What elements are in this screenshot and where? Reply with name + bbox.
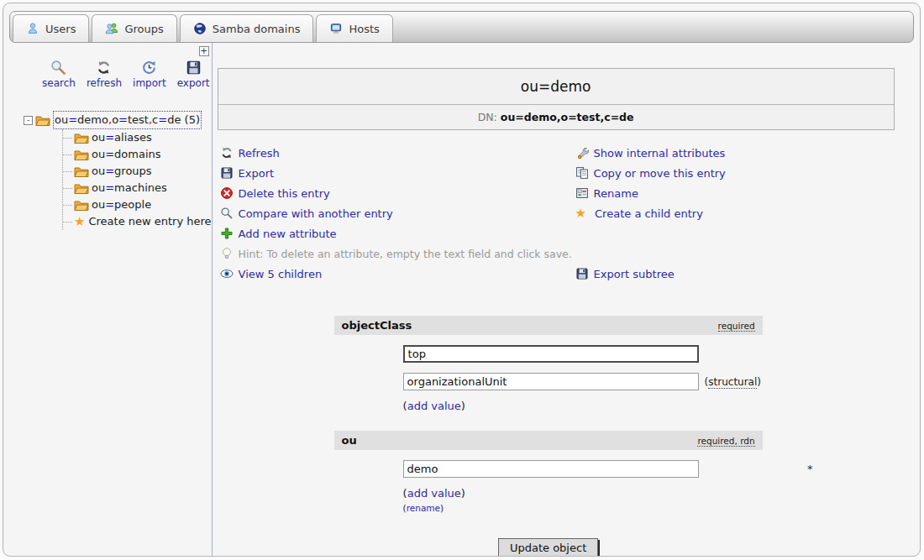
action-add-attribute[interactable]: Add new attribute [220, 223, 575, 243]
tree-node-domains[interactable]: ou=domains [63, 146, 212, 163]
import-label: import [133, 77, 166, 89]
entry-panel: ou=demo DN:ou=demo,o=test,c=de Refresh E… [213, 43, 921, 557]
actions-right: Show internal attributes Copy or move th… [575, 143, 726, 243]
children-row: View 5 children Export subtree [220, 264, 921, 284]
rename-icon [575, 186, 589, 200]
tree-children: ou=aliases ou=domains ou=groups [62, 129, 212, 230]
star-icon: ★ [74, 216, 85, 228]
tree-node-label: ou=people [92, 196, 151, 213]
export-subtree-label[interactable]: Export subtree [594, 268, 675, 280]
tab-hosts[interactable]: Hosts [316, 14, 392, 42]
entry-dn: DN:ou=demo,o=test,c=de [218, 105, 894, 129]
import-icon [141, 60, 157, 76]
tree-create-entry[interactable]: ★ Create new entry here [63, 213, 212, 230]
folder-icon [74, 149, 89, 161]
sidebar-expand-toggle[interactable]: + [199, 46, 209, 56]
tree-node-aliases[interactable]: ou=aliases [63, 129, 212, 146]
add-value-anchor[interactable]: add value [407, 400, 461, 412]
entry-header: ou=demo DN:ou=demo,o=test,c=de [218, 68, 895, 130]
collapse-icon[interactable]: - [24, 116, 33, 125]
tab-strip: Users Groups Samba domains Hosts [9, 11, 914, 43]
tree-connector [63, 154, 72, 155]
tree-connector [63, 138, 72, 139]
objectclass-value-input[interactable] [403, 373, 699, 390]
tree-node-machines[interactable]: ou=machines [63, 180, 212, 196]
star-icon: ★ [575, 207, 586, 220]
view-children[interactable]: View 5 children [220, 264, 575, 284]
magnifier-icon [220, 207, 234, 220]
tab-label: Hosts [349, 23, 379, 35]
tree-root-node[interactable]: - ou=demo,o=test,c=de (5) [24, 111, 212, 129]
entry-title: ou=demo [218, 69, 894, 105]
action-label[interactable]: Create a child entry [595, 207, 703, 220]
rename-anchor[interactable]: rename [407, 503, 440, 513]
action-label[interactable]: Compare with another entry [239, 207, 393, 220]
action-label[interactable]: Refresh [239, 147, 280, 160]
create-entry-label: Create new entry here [88, 213, 211, 230]
ou-value-input[interactable] [403, 460, 699, 478]
export-button[interactable]: export [177, 60, 210, 89]
export-subtree[interactable]: Export subtree [575, 264, 921, 284]
objectclass-value-input[interactable] [403, 345, 699, 363]
action-refresh[interactable]: Refresh [220, 143, 575, 163]
refresh-label: refresh [87, 77, 122, 89]
add-value-link[interactable]: (add value) [403, 487, 763, 500]
tree-root-label: ou=demo,o=test,c=de (5) [53, 111, 202, 129]
action-label[interactable]: Add new attribute [239, 228, 337, 240]
eye-icon [220, 267, 234, 280]
refresh-icon [220, 146, 234, 160]
required-marker: * [807, 463, 813, 475]
tree-sidebar: + search refresh import export [3, 43, 213, 557]
action-create-child-entry[interactable]: ★ Create a child entry [575, 203, 726, 223]
copy-icon [575, 166, 589, 180]
action-compare-entry[interactable]: Compare with another entry [220, 203, 575, 223]
tree-node-people[interactable]: ou=people [63, 196, 212, 213]
tab-label: Users [45, 23, 76, 35]
rename-link[interactable]: (rename) [403, 503, 763, 513]
add-value-link[interactable]: (add value) [403, 400, 763, 412]
tree-node-label: ou=domains [92, 146, 161, 163]
view-children-label[interactable]: View 5 children [239, 268, 323, 280]
refresh-button[interactable]: refresh [87, 60, 122, 89]
action-label[interactable]: Rename [594, 187, 638, 200]
add-value-anchor[interactable]: add value [407, 487, 461, 500]
tree-connector [63, 171, 72, 172]
tree-connector [63, 205, 72, 206]
value-row: * [403, 460, 763, 478]
lightbulb-icon [220, 247, 234, 260]
action-label[interactable]: Copy or move this entry [594, 167, 726, 180]
tree-node-groups[interactable]: ou=groups [63, 163, 212, 180]
search-button[interactable]: search [42, 60, 76, 89]
action-show-internal-attributes[interactable]: Show internal attributes [575, 143, 726, 163]
tab-label: Samba domains [213, 23, 301, 35]
action-export[interactable]: Export [220, 163, 575, 183]
attribute-flags: required, rdn [697, 436, 754, 447]
action-label[interactable]: Export [239, 167, 275, 180]
folder-icon [74, 199, 89, 212]
hint-text: Hint: To delete an attribute, empty the … [239, 248, 572, 260]
floppy-icon [220, 166, 234, 180]
ldap-tree: - ou=demo,o=test,c=de (5) ou=aliases ou=… [24, 111, 212, 230]
tab-groups[interactable]: Groups [92, 14, 176, 42]
attribute-header: ou required, rdn [334, 431, 763, 450]
tree-connector [63, 222, 72, 222]
folder-open-icon [35, 114, 50, 127]
attribute-flags: required [718, 321, 755, 332]
folder-icon [74, 165, 89, 178]
tree-node-label: ou=groups [92, 163, 152, 180]
tab-users[interactable]: Users [13, 14, 89, 42]
globe-icon [193, 22, 207, 35]
tab-samba-domains[interactable]: Samba domains [180, 14, 314, 42]
attribute-ou: ou required, rdn * (add value) (rename) [334, 431, 763, 513]
import-button[interactable]: import [133, 60, 166, 89]
action-rename[interactable]: Rename [575, 183, 726, 203]
action-label[interactable]: Delete this entry [239, 187, 330, 200]
update-object-button[interactable]: Update object [498, 538, 598, 557]
value-row [403, 345, 763, 363]
wrench-icon [575, 146, 589, 160]
host-icon [329, 22, 343, 35]
action-copy-move-entry[interactable]: Copy or move this entry [575, 163, 726, 183]
action-label[interactable]: Show internal attributes [594, 147, 726, 160]
action-delete-entry[interactable]: Delete this entry [220, 183, 575, 203]
search-icon [50, 60, 66, 76]
